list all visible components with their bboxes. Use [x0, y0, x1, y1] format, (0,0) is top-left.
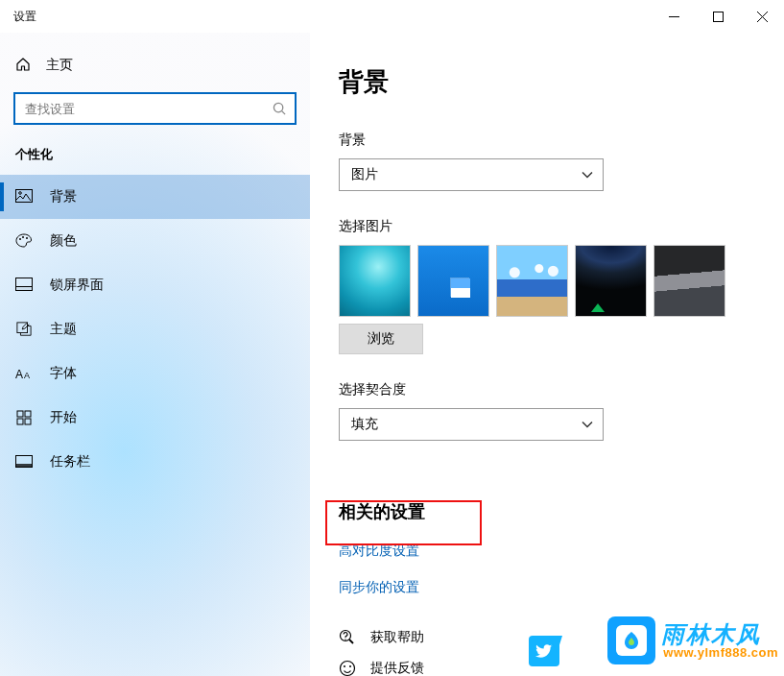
- choose-picture-label: 选择图片: [339, 218, 763, 235]
- title-bar: 设置: [0, 0, 784, 33]
- maximize-icon: [713, 12, 724, 22]
- feedback-icon: [339, 660, 356, 676]
- background-value: 图片: [351, 166, 378, 183]
- lockscreen-icon: [15, 278, 33, 293]
- picture-thumb[interactable]: [575, 245, 647, 317]
- link-sync-settings[interactable]: 同步你的设置: [339, 579, 763, 596]
- minimize-button[interactable]: [652, 0, 696, 33]
- sidebar-section-title: 个性化: [0, 146, 310, 163]
- svg-rect-6: [16, 190, 33, 203]
- theme-icon: [15, 322, 33, 337]
- sidebar-item-lockscreen[interactable]: 锁屏界面: [0, 263, 310, 307]
- search-icon: [273, 102, 287, 116]
- maximize-button[interactable]: [696, 0, 740, 33]
- watermark-url: www.ylmf888.com: [663, 646, 778, 660]
- svg-rect-17: [17, 411, 23, 417]
- svg-point-25: [341, 662, 355, 676]
- svg-point-27: [349, 665, 351, 667]
- watermark-text: 雨林木风: [661, 622, 776, 646]
- sidebar-item-label: 颜色: [50, 232, 77, 250]
- svg-point-24: [344, 639, 345, 640]
- picture-thumb[interactable]: [496, 245, 568, 317]
- picture-thumb[interactable]: [417, 245, 489, 317]
- svg-point-10: [26, 237, 28, 239]
- svg-rect-20: [25, 419, 31, 424]
- help-icon: [339, 629, 356, 646]
- twitter-badge: [529, 636, 559, 666]
- svg-point-9: [22, 236, 24, 238]
- svg-point-4: [273, 103, 282, 111]
- svg-text:A: A: [15, 368, 23, 381]
- fit-value: 填充: [351, 416, 378, 433]
- sidebar: 主页 个性化 背景 颜色: [0, 33, 310, 676]
- content-area: 背景 背景 图片 选择图片 浏览: [310, 33, 784, 676]
- fit-label: 选择契合度: [339, 381, 763, 398]
- related-settings-title: 相关的设置: [339, 500, 763, 523]
- sidebar-item-fonts[interactable]: AA 字体: [0, 351, 310, 396]
- watermark-icon: [607, 616, 655, 664]
- home-link[interactable]: 主页: [0, 46, 310, 84]
- sidebar-item-start[interactable]: 开始: [0, 396, 310, 440]
- search-input[interactable]: [25, 102, 273, 116]
- close-icon: [757, 12, 768, 22]
- taskbar-icon: [15, 455, 33, 469]
- picture-thumb[interactable]: [339, 245, 411, 317]
- sidebar-item-taskbar[interactable]: 任务栏: [0, 440, 310, 484]
- background-label: 背景: [339, 132, 763, 149]
- svg-text:A: A: [24, 371, 30, 380]
- picture-thumbnails: [339, 245, 763, 317]
- sidebar-item-label: 开始: [50, 409, 77, 426]
- link-high-contrast[interactable]: 高对比度设置: [339, 543, 763, 560]
- sidebar-item-themes[interactable]: 主题: [0, 307, 310, 351]
- svg-line-5: [282, 110, 285, 113]
- svg-rect-12: [16, 287, 32, 291]
- minimize-icon: [669, 12, 679, 22]
- svg-rect-22: [16, 464, 33, 468]
- picture-icon: [15, 189, 33, 205]
- background-dropdown[interactable]: 图片: [339, 158, 604, 191]
- fit-dropdown[interactable]: 填充: [339, 408, 604, 441]
- close-button[interactable]: [740, 0, 784, 33]
- sidebar-item-background[interactable]: 背景: [0, 175, 310, 219]
- sidebar-item-colors[interactable]: 颜色: [0, 219, 310, 263]
- sidebar-item-label: 字体: [50, 365, 77, 382]
- picture-thumb[interactable]: [653, 245, 725, 317]
- sidebar-item-label: 背景: [50, 188, 77, 205]
- chevron-down-icon: [582, 169, 593, 181]
- home-label: 主页: [46, 57, 73, 74]
- font-icon: AA: [15, 366, 33, 381]
- search-box[interactable]: [13, 92, 297, 125]
- svg-rect-19: [17, 419, 23, 424]
- page-title: 背景: [339, 65, 763, 99]
- home-icon: [15, 57, 31, 75]
- browse-button[interactable]: 浏览: [339, 324, 423, 354]
- watermark: 雨林木风 www.ylmf888.com: [607, 616, 776, 664]
- start-icon: [15, 410, 33, 425]
- sidebar-item-label: 主题: [50, 321, 77, 338]
- svg-point-7: [19, 192, 22, 195]
- sidebar-item-label: 锁屏界面: [50, 277, 104, 294]
- palette-icon: [15, 233, 33, 249]
- window-title: 设置: [13, 9, 36, 25]
- chevron-down-icon: [582, 419, 593, 430]
- svg-point-26: [344, 665, 345, 667]
- svg-rect-18: [25, 411, 31, 417]
- sidebar-item-label: 任务栏: [50, 453, 90, 471]
- svg-rect-1: [713, 12, 723, 21]
- svg-point-8: [19, 238, 21, 240]
